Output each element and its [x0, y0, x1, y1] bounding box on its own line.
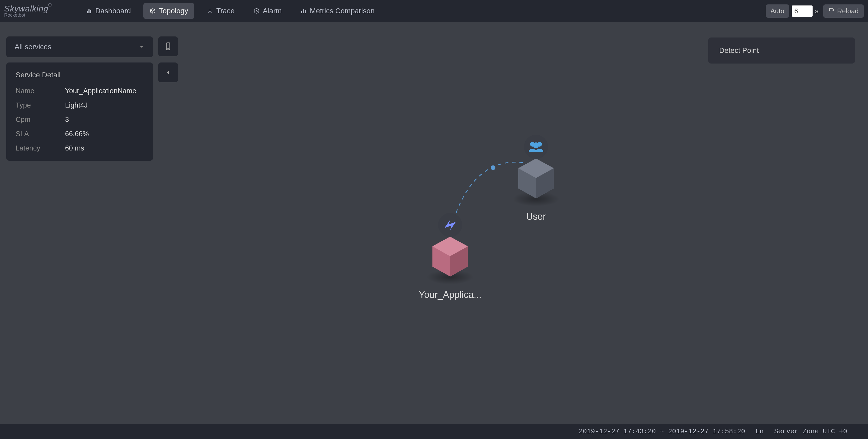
status-bar: 2019-12-27 17:43:20 ~ 2019-12-27 17:58:2…	[0, 424, 868, 439]
auto-toggle[interactable]: Auto	[766, 4, 789, 18]
detail-label: Cpm	[16, 116, 65, 124]
detail-row: Cpm 3	[16, 116, 144, 124]
nav-tab-alarm[interactable]: Alarm	[247, 3, 288, 19]
server-zone: Server Zone UTC +0	[774, 428, 847, 435]
detail-row: Name Your_ApplicationName	[16, 87, 144, 95]
merge-icon	[207, 8, 213, 14]
detail-row: Latency 60 ms	[16, 144, 144, 152]
detect-point-panel[interactable]: Detect Point	[708, 37, 855, 63]
topology-edge	[453, 162, 523, 222]
detail-label: Name	[16, 87, 65, 95]
endpoint-toggle-button[interactable]	[158, 36, 178, 56]
detail-row: SLA 66.66%	[16, 130, 144, 138]
reload-button[interactable]: Reload	[823, 4, 864, 18]
detail-value: Light4J	[65, 101, 88, 109]
refresh-seconds-input[interactable]	[792, 5, 813, 17]
detail-value: Your_ApplicationName	[65, 87, 136, 95]
service-detail-panel: Service Detail Name Your_ApplicationName…	[6, 62, 153, 160]
main-area: All services Service Detail Name Your_Ap…	[0, 22, 868, 424]
panel-title: Service Detail	[16, 71, 144, 79]
auto-label: Auto	[770, 7, 784, 15]
detail-label: Type	[16, 101, 65, 109]
bar-chart-icon	[86, 8, 92, 14]
detail-value: 60 ms	[65, 144, 84, 152]
logo: Skywalking Rocketbot	[4, 4, 49, 18]
logo-main: Skywalking	[4, 4, 49, 13]
bar-chart-icon	[301, 8, 307, 14]
topology-node-app[interactable]: Your_Applica...	[419, 213, 482, 300]
svg-point-4	[533, 142, 539, 148]
reload-label: Reload	[837, 7, 859, 15]
nav-tab-label: Metrics Comparison	[310, 7, 375, 15]
top-navbar: Skywalking Rocketbot Dashboard Topology …	[0, 0, 868, 22]
package-icon	[150, 8, 156, 14]
node-label: Your_Applica...	[419, 289, 482, 300]
service-select-dropdown[interactable]: All services	[6, 36, 153, 57]
topology-node-user[interactable]: User	[513, 135, 559, 222]
detail-value: 66.66%	[65, 130, 89, 138]
device-icon	[164, 42, 172, 51]
detail-label: SLA	[16, 130, 65, 138]
time-range-picker[interactable]: 2019-12-27 17:43:20 ~ 2019-12-27 17:58:2…	[579, 428, 745, 435]
nav-tabs: Dashboard Topology Trace Alarm Metrics C…	[80, 3, 381, 19]
nav-tab-dashboard[interactable]: Dashboard	[80, 3, 137, 19]
nav-tab-label: Trace	[216, 7, 235, 15]
nav-tab-label: Alarm	[263, 7, 282, 15]
detect-point-label: Detect Point	[719, 46, 759, 55]
clock-icon	[253, 8, 260, 14]
detail-label: Latency	[16, 144, 65, 152]
chevron-left-icon	[164, 68, 172, 77]
seconds-unit: s	[815, 7, 818, 15]
node-label: User	[526, 211, 546, 222]
edge-particle	[491, 165, 495, 170]
nav-tab-trace[interactable]: Trace	[200, 3, 241, 19]
service-select-label: All services	[14, 43, 52, 51]
language-switch[interactable]: En	[755, 428, 764, 435]
nav-tab-metrics[interactable]: Metrics Comparison	[294, 3, 381, 19]
chevron-down-icon	[138, 44, 145, 50]
nav-tab-label: Dashboard	[95, 7, 131, 15]
nav-tab-topology[interactable]: Topology	[143, 3, 194, 19]
detail-value: 3	[65, 116, 69, 124]
nav-tab-label: Topology	[159, 7, 188, 15]
refresh-icon	[829, 8, 835, 14]
collapse-panel-button[interactable]	[158, 62, 178, 82]
detail-row: Type Light4J	[16, 101, 144, 109]
nav-right: Auto s Reload	[766, 4, 864, 18]
